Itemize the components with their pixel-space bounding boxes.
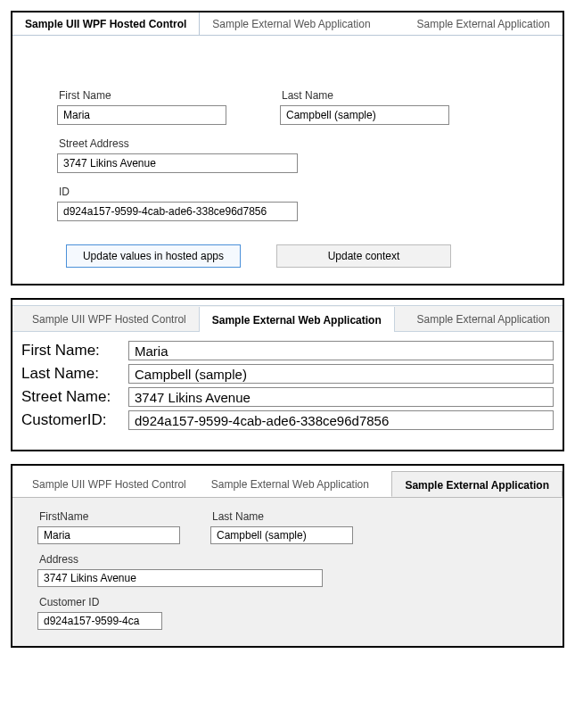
tab-web[interactable]: Sample External Web Application: [200, 12, 382, 35]
id-label: ID: [57, 186, 518, 198]
tabbar-2: Sample UII WPF Hosted Control Sample Ext…: [12, 305, 563, 332]
last-name-input[interactable]: [280, 105, 449, 125]
first-name-label: FirstName: [37, 510, 180, 523]
tab-wpf[interactable]: Sample UII WPF Hosted Control: [20, 471, 199, 497]
tab-wpf[interactable]: Sample UII WPF Hosted Control: [12, 12, 200, 35]
last-name-input[interactable]: [128, 364, 554, 384]
tab-ext[interactable]: Sample External Application: [391, 471, 563, 497]
street-name-input[interactable]: [128, 387, 554, 407]
tabbar-3: Sample UII WPF Hosted Control Sample Ext…: [12, 471, 563, 498]
last-name-label: Last Name: [210, 510, 353, 523]
ext-body: FirstName Last Name Address Customer ID: [12, 498, 563, 646]
address-input[interactable]: [37, 569, 323, 587]
tabbar-1: Sample UII WPF Hosted Control Sample Ext…: [12, 12, 563, 36]
tab-ext[interactable]: Sample External Application: [405, 306, 563, 331]
tab-ext[interactable]: Sample External Application: [405, 12, 563, 35]
external-web-application-panel: Sample UII WPF Hosted Control Sample Ext…: [11, 298, 564, 451]
wpf-body: First Name Last Name Street Address ID U…: [12, 36, 563, 284]
id-input[interactable]: [57, 202, 298, 221]
update-context-button[interactable]: Update context: [276, 244, 451, 268]
wpf-hosted-control-panel: Sample UII WPF Hosted Control Sample Ext…: [11, 11, 564, 285]
tab-web[interactable]: Sample External Web Application: [199, 307, 395, 332]
web-body: First Name: Last Name: Street Name: Cust…: [12, 332, 563, 450]
external-application-panel: Sample UII WPF Hosted Control Sample Ext…: [11, 464, 564, 648]
first-name-input[interactable]: [37, 526, 180, 544]
address-label: Address: [37, 553, 538, 566]
customer-id-label: CustomerID:: [21, 411, 128, 429]
customer-id-label: Customer ID: [37, 596, 538, 608]
first-name-label: First Name: [57, 89, 226, 102]
customer-id-input[interactable]: [128, 410, 554, 430]
street-input[interactable]: [57, 153, 298, 173]
street-name-label: Street Name:: [21, 388, 128, 406]
first-name-input[interactable]: [128, 341, 554, 360]
update-hosted-apps-button[interactable]: Update values in hosted apps: [66, 244, 241, 268]
tab-web[interactable]: Sample External Web Application: [199, 471, 382, 497]
customer-id-input[interactable]: [37, 612, 162, 630]
first-name-input[interactable]: [57, 105, 226, 125]
last-name-input[interactable]: [210, 526, 353, 544]
last-name-label: Last Name: [280, 89, 449, 102]
tab-wpf[interactable]: Sample UII WPF Hosted Control: [20, 306, 199, 331]
street-label: Street Address: [57, 137, 518, 150]
first-name-label: First Name:: [21, 342, 128, 360]
last-name-label: Last Name:: [21, 365, 128, 383]
